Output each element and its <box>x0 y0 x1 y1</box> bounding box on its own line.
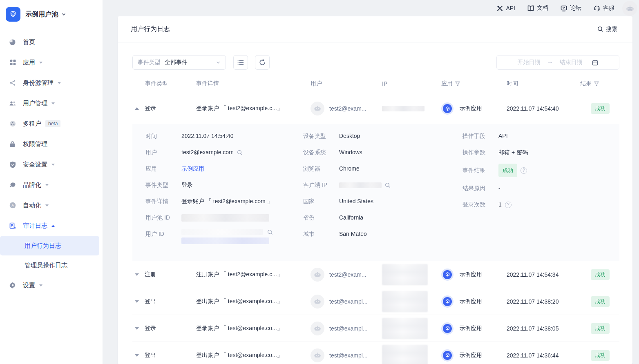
sidebar-item-security[interactable]: 安全设置 <box>0 154 103 175</box>
sidebar-item-branding[interactable]: 品牌化 <box>0 175 103 195</box>
sidebar-item-user-management[interactable]: 用户管理 <box>0 93 103 113</box>
topbar-link-forum[interactable]: 论坛 <box>561 4 581 12</box>
card-header: 用户行为日志 搜索 <box>118 16 632 42</box>
detail-label: 用户池 ID <box>145 213 181 223</box>
expand-caret-icon[interactable] <box>135 327 139 330</box>
help-icon[interactable]: ? <box>505 202 512 208</box>
detail-value: California <box>339 213 363 223</box>
sidebar-item-apps[interactable]: 应用 <box>0 52 103 73</box>
pool-name: 示例用户池 <box>25 10 58 19</box>
expand-caret-icon[interactable] <box>135 354 139 357</box>
refresh-button[interactable] <box>255 55 270 70</box>
event-time: 2022.11.07 14:36:44 <box>507 352 580 359</box>
chevron-down-icon <box>45 204 49 206</box>
lock-icon <box>9 141 16 148</box>
log-document-icon <box>9 222 16 229</box>
search-icon[interactable] <box>385 182 391 188</box>
table-row[interactable]: 登录 登录账户 「 test@example.co...」 test@examp… <box>132 315 619 342</box>
topbar-link-support[interactable]: 客服 <box>594 4 614 12</box>
date-range-picker[interactable]: 开始日期 ⇀ 结束日期 <box>496 55 619 70</box>
app-link[interactable]: 示例应用 <box>181 164 204 174</box>
sidebar-item-multitenancy[interactable]: 多租户 beta <box>0 113 103 134</box>
filter-bar: 事件类型 全部事件 开始日期 ⇀ 结束日期 <box>118 42 632 70</box>
detail-value: 2022.11.07 14:54:40 <box>181 131 233 141</box>
user-avatar <box>311 268 324 282</box>
calendar-icon <box>592 60 598 66</box>
end-date-placeholder: 结束日期 <box>559 59 582 66</box>
user-email: test@exampl... <box>329 325 368 332</box>
detail-label: 国家 <box>303 196 339 206</box>
search-icon[interactable] <box>267 229 273 235</box>
sidebar-item-settings[interactable]: 设置 <box>0 275 103 295</box>
col-header-app: 应用 <box>441 80 507 87</box>
event-type-select-label: 事件类型 <box>138 59 161 66</box>
expand-caret-icon[interactable] <box>135 300 139 303</box>
help-icon[interactable]: ? <box>521 167 527 174</box>
event-type: 登出 <box>145 352 156 359</box>
table-row[interactable]: 注册 注册账户 「 test2@example.c...」 test2@exam… <box>132 261 619 288</box>
detail-label: 用户 ID <box>145 229 181 239</box>
sidebar-subitem-user-action-logs[interactable]: 用户行为日志 <box>0 236 99 255</box>
table-row[interactable]: 登录 登录账户 「 test2@example.c...」 test2@exam… <box>132 93 619 124</box>
user-id-redacted <box>181 229 273 244</box>
sidebar-item-permissions[interactable]: 权限管理 <box>0 134 103 154</box>
col-header-user: 用户 <box>311 80 382 87</box>
col-header-detail: 事件详情 <box>196 80 311 87</box>
detail-label: 登录次数 <box>462 200 498 210</box>
topbar-link-label: API <box>506 5 515 11</box>
search-button[interactable]: 搜索 <box>597 26 617 33</box>
detail-value: San Mateo <box>339 229 367 239</box>
tools-icon <box>497 5 503 11</box>
robot-avatar-icon <box>313 297 322 306</box>
start-date-placeholder: 开始日期 <box>518 59 541 66</box>
event-type-select[interactable]: 事件类型 全部事件 <box>132 55 226 70</box>
table-row[interactable]: 登出 登出账户 「 test@example.co...」 test@examp… <box>132 288 619 315</box>
topbar-link-api[interactable]: API <box>497 5 515 11</box>
robot-avatar-icon <box>313 324 322 333</box>
sidebar-subitem-admin-operation-logs[interactable]: 管理员操作日志 <box>0 255 103 275</box>
user-email: test@exampl... <box>329 352 368 359</box>
ip-redacted <box>382 264 441 285</box>
sidebar-item-label: 身份源管理 <box>23 79 54 87</box>
user-avatar <box>311 295 324 309</box>
detail-label: 事件结果 <box>462 165 498 175</box>
event-detail: 登录账户 「 test2@example.c...」 <box>196 105 311 112</box>
search-icon[interactable] <box>237 150 243 155</box>
sidebar-item-automation[interactable]: A 自动化 <box>0 195 103 215</box>
sidebar-subitem-label: 管理员操作日志 <box>25 262 67 269</box>
ip-redacted <box>382 345 441 364</box>
expand-caret-icon[interactable] <box>135 273 139 276</box>
detail-value: Windows <box>339 147 362 158</box>
event-detail: 登录账户 「 test@example.co...」 <box>196 325 311 332</box>
sidebar-item-label: 权限管理 <box>23 140 47 148</box>
topbar-link-docs[interactable]: 文档 <box>527 4 548 12</box>
sidebar-item-audit-logs[interactable]: 审计日志 <box>0 215 103 236</box>
column-settings-button[interactable] <box>233 55 248 70</box>
filter-funnel-icon[interactable] <box>594 81 599 86</box>
sidebar-item-home[interactable]: 首页 <box>0 32 103 52</box>
sidebar-item-identity-sources[interactable]: 身份源管理 <box>0 73 103 93</box>
status-badge: 成功 <box>591 296 610 307</box>
share-icon <box>9 80 16 87</box>
sidebar-item-label: 安全设置 <box>23 161 47 169</box>
event-time: 2022.11.07 14:54:40 <box>507 105 580 112</box>
sidebar-item-label: 多租户 <box>23 120 41 128</box>
table-row[interactable]: 登出 登出账户 「 test@example.co...」 test@examp… <box>132 342 619 364</box>
app-icon <box>441 269 454 281</box>
detail-label: 结果原因 <box>462 183 498 193</box>
detail-label: 用户 <box>145 147 181 158</box>
collapse-caret-icon[interactable] <box>135 107 139 110</box>
user-pool-switcher[interactable]: 示例用户池 <box>0 0 103 29</box>
user-avatar <box>311 102 324 115</box>
chevron-down-icon <box>39 284 42 286</box>
sidebar-item-label: 审计日志 <box>23 222 47 230</box>
event-type-select-value: 全部事件 <box>165 59 216 66</box>
filter-funnel-icon[interactable] <box>455 81 460 86</box>
chevron-down-icon <box>58 82 61 84</box>
event-time: 2022.11.07 14:38:20 <box>507 298 580 305</box>
sidebar-item-label: 用户管理 <box>23 100 47 107</box>
status-badge: 成功 <box>591 323 610 334</box>
chevron-down-icon <box>51 164 55 166</box>
detail-label: 操作手段 <box>462 131 498 141</box>
app-icon <box>441 295 454 308</box>
